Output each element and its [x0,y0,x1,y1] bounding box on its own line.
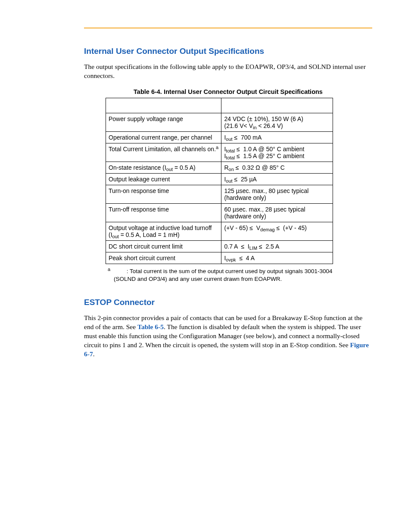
param-cell: Output voltage at inductive load turnoff… [106,222,221,240]
table-row: DC short circuit current limit0.7 A ≤ IL… [106,240,333,252]
heading-estop: ESTOP Connector [84,298,372,307]
content-area: Internal User Connector Output Specifica… [84,47,372,367]
footnote-a: a : Total current is the sum of the outp… [108,268,372,283]
param-cell: Operational current range, per channel [106,131,221,143]
header-param [106,98,221,113]
table-header-row [106,98,333,113]
header-value [221,98,333,113]
table-row: Output voltage at inductive load turnoff… [106,222,333,240]
param-cell: Power supply voltage range [106,113,221,131]
xref-table-6-5[interactable]: Table 6-5 [137,323,164,330]
param-cell: Turn-on response time [106,185,221,203]
xref-figure-6-7[interactable]: Figure 6-7 [84,341,369,358]
value-cell: Iout ≤ 25 µA [221,173,333,185]
param-cell: Total Current Limitation, all channels o… [106,143,221,162]
page: Internal User Connector Output Specifica… [0,0,411,532]
spec-table: Power supply voltage range24 VDC (± 10%)… [106,98,333,264]
table-row: Operational current range, per channelIo… [106,131,333,143]
table-row: Turn-on response time125 µsec. max., 80 … [106,185,333,203]
table-row: Output leakage currentIout ≤ 25 µA [106,173,333,185]
table-row: Peak short circuit currentIovpk ≤ 4 A [106,252,333,264]
value-cell: (+V - 65) ≤ Vdemag ≤ (+V - 45) [221,222,333,240]
value-cell: Ron ≤ 0.32 Ω @ 85° C [221,162,333,173]
table-row: Power supply voltage range24 VDC (± 10%)… [106,113,333,131]
param-cell: Output leakage current [106,173,221,185]
table-row: On-state resistance (Iout = 0.5 A)Ron ≤ … [106,162,333,173]
value-cell: 60 µsec. max., 28 µsec typical (hardware… [221,203,333,222]
value-cell: 24 VDC (± 10%), 150 W (6 A)(21.6 V< Vin … [221,113,333,131]
param-cell: On-state resistance (Iout = 0.5 A) [106,162,221,173]
param-cell: DC short circuit current limit [106,240,221,252]
param-cell: Peak short circuit current [106,252,221,264]
value-cell: 0.7 A ≤ ILIM ≤ 2.5 A [221,240,333,252]
estop-paragraph: This 2-pin connector provides a pair of … [84,314,372,359]
value-cell: 125 µsec. max., 80 µsec typical (hardwar… [221,185,333,203]
intro-paragraph: The output specifications in the followi… [84,62,372,81]
table-row: Total Current Limitation, all channels o… [106,143,333,162]
param-cell: Turn-off response time [106,203,221,222]
heading-output-specs: Internal User Connector Output Specifica… [84,47,372,56]
value-cell: Itotal ≤ 1.0 A @ 50° C ambientItotal ≤ 1… [221,143,333,162]
value-cell: Iovpk ≤ 4 A [221,252,333,264]
table-row: Turn-off response time60 µsec. max., 28 … [106,203,333,222]
top-rule [84,28,372,28]
value-cell: Iout ≤ 700 mA [221,131,333,143]
table-caption: Table 6-4. Internal User Connector Outpu… [84,88,372,95]
